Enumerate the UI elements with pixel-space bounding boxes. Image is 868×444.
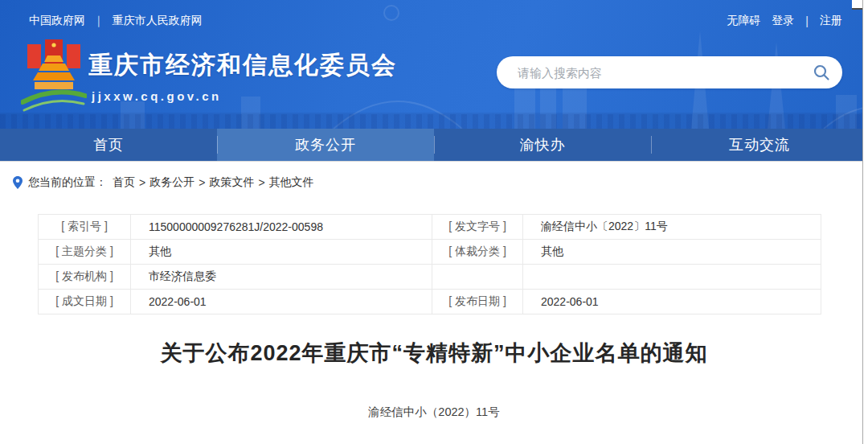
table-row: [ 发布机构 ] 市经济信息委 — [39, 265, 821, 290]
search-input[interactable] — [518, 56, 807, 88]
breadcrumb-item-policy-files[interactable]: 政策文件 — [209, 175, 254, 190]
meta-value-index-number: 11500000009276281J/2022-00598 — [131, 215, 432, 240]
site-identity: 重庆市经济和信息化委员会 jjxxw.cq.gov.cn — [88, 49, 397, 103]
meta-label-publish-date: [ 发布日期 ] — [432, 290, 523, 314]
breadcrumb-item-other-files[interactable]: 其他文件 — [269, 175, 314, 190]
nav-tab-home[interactable]: 首页 — [0, 129, 217, 161]
table-row: [ 主题分类 ] 其他 [ 体裁分类 ] 其他 — [39, 240, 821, 265]
breadcrumb-separator: > — [139, 176, 145, 189]
meta-value-publish-date: 2022-06-01 — [523, 290, 821, 314]
site-banner: 中国政府网 ｜ 重庆市人民政府网 无障碍 登录 | 注册 重庆市经济和信息化委员… — [0, 0, 868, 129]
register-link[interactable]: 注册 — [820, 14, 842, 28]
nav-tab-yukuaiban[interactable]: 渝快办 — [434, 129, 651, 161]
meta-label-issuing-agency: [ 发布机构 ] — [39, 265, 131, 290]
login-register-separator: | — [805, 14, 809, 27]
page-right-edge — [862, 0, 868, 444]
table-row: [ 索引号 ] 11500000009276281J/2022-00598 [ … — [39, 215, 821, 240]
login-link[interactable]: 登录 — [772, 14, 794, 28]
site-url: jjxxw.cq.gov.cn — [92, 89, 397, 103]
meta-value-empty — [523, 265, 821, 290]
breadcrumb-separator: > — [258, 176, 264, 189]
accessibility-link[interactable]: 无障碍 — [727, 14, 760, 28]
article-title: 关于公布2022年重庆市“专精特新”中小企业名单的通知 — [0, 339, 868, 368]
nav-tab-gov-affairs[interactable]: 政务公开 — [217, 129, 434, 161]
meta-value-genre-class: 其他 — [523, 240, 821, 265]
gov-links: 中国政府网 ｜ 重庆市人民政府网 — [29, 14, 203, 28]
breadcrumb-item-gov-affairs[interactable]: 政务公开 — [149, 175, 194, 190]
site-title[interactable]: 重庆市经济和信息化委员会 — [88, 49, 397, 82]
meta-value-issuing-agency: 市经济信息委 — [131, 265, 432, 290]
account-links: 无障碍 登录 | 注册 — [727, 14, 842, 28]
page-content: 您当前的位置： 首页 > 政务公开 > 政策文件 > 其他文件 [ 索引号 ] … — [0, 161, 868, 420]
article-doc-number: 渝经信中小（2022）11号 — [0, 405, 868, 420]
breadcrumb: 您当前的位置： 首页 > 政务公开 > 政策文件 > 其他文件 — [0, 162, 868, 190]
search-icon[interactable] — [813, 64, 830, 81]
meta-label-written-date: [ 成文日期 ] — [39, 290, 131, 314]
site-header: 重庆市经济和信息化委员会 jjxxw.cq.gov.cn — [0, 36, 868, 129]
meta-label-doc-symbol: [ 发文字号 ] — [432, 215, 523, 240]
search-box — [497, 56, 842, 88]
main-nav: 首页 政务公开 渝快办 互动交流 — [0, 129, 868, 161]
site-logo-icon[interactable] — [21, 38, 87, 118]
meta-label-empty — [432, 265, 523, 290]
nav-tab-interaction[interactable]: 互动交流 — [651, 129, 868, 161]
breadcrumb-prefix: 您当前的位置： — [28, 175, 107, 190]
window-corner-artifact — [852, 0, 862, 10]
breadcrumb-separator: > — [199, 176, 205, 189]
meta-value-written-date: 2022-06-01 — [131, 290, 432, 314]
location-pin-icon — [13, 176, 23, 189]
document-metadata-table: [ 索引号 ] 11500000009276281J/2022-00598 [ … — [38, 214, 821, 314]
breadcrumb-item-home[interactable]: 首页 — [113, 175, 135, 190]
meta-label-genre-class: [ 体裁分类 ] — [432, 240, 523, 265]
chongqing-gov-link[interactable]: 重庆市人民政府网 — [113, 14, 203, 28]
meta-label-subject-class: [ 主题分类 ] — [39, 240, 131, 265]
table-row: [ 成文日期 ] 2022-06-01 [ 发布日期 ] 2022-06-01 — [39, 290, 821, 314]
topbar-separator: ｜ — [93, 14, 104, 28]
meta-value-subject-class: 其他 — [131, 240, 432, 265]
china-gov-link[interactable]: 中国政府网 — [29, 14, 85, 28]
top-utility-bar: 中国政府网 ｜ 重庆市人民政府网 无障碍 登录 | 注册 — [0, 0, 868, 36]
meta-value-doc-symbol: 渝经信中小〔2022〕11号 — [523, 215, 821, 240]
meta-label-index-number: [ 索引号 ] — [39, 215, 131, 240]
